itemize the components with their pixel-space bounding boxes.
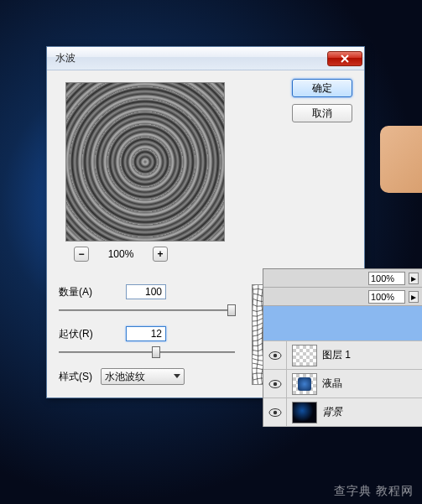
- layer-row[interactable]: 图层 1: [263, 341, 422, 370]
- ridges-input[interactable]: [126, 326, 166, 341]
- eye-icon: [268, 408, 282, 418]
- cancel-button[interactable]: 取消: [292, 104, 352, 122]
- style-dropdown[interactable]: 水池波纹: [101, 368, 185, 385]
- watermark-text: 查字典 教程网: [334, 484, 414, 499]
- style-label: 样式(S): [59, 370, 92, 384]
- ok-button[interactable]: 确定: [292, 79, 352, 97]
- layer-thumbnail[interactable]: [292, 373, 317, 395]
- zoom-in-button[interactable]: +: [153, 247, 168, 262]
- visibility-toggle[interactable]: [263, 398, 287, 426]
- layers-panel-row-b: 100% ▸: [263, 288, 422, 306]
- opacity-arrow-a[interactable]: ▸: [409, 273, 419, 284]
- ripple-preview-image: [66, 82, 224, 242]
- svg-point-5: [273, 410, 276, 413]
- close-icon: [340, 55, 350, 63]
- slider-controls: 数量(A) 起伏(R) 样式(S) 水池波纹: [59, 284, 243, 385]
- amount-slider[interactable]: [59, 303, 235, 318]
- amount-label: 数量(A): [59, 285, 126, 299]
- visibility-toggle[interactable]: [263, 341, 287, 369]
- amount-slider-track: [59, 309, 235, 311]
- amount-input[interactable]: [126, 284, 166, 299]
- layer-name: 液晶: [322, 377, 342, 391]
- amount-slider-thumb[interactable]: [227, 304, 236, 316]
- layers-panel-row-a: 100% ▸: [263, 269, 422, 288]
- layer-name: 图层 1: [322, 348, 351, 362]
- layers-panel: 100% ▸ 100% ▸ 图层 1 液晶 背景: [263, 268, 422, 427]
- opacity-field-a[interactable]: 100%: [368, 272, 405, 285]
- dialog-titlebar[interactable]: 水波: [47, 47, 364, 70]
- opacity-field-b[interactable]: 100%: [368, 290, 405, 304]
- close-button[interactable]: [327, 51, 362, 66]
- ridges-slider-track: [59, 351, 235, 353]
- layer-name: 背景: [322, 405, 342, 419]
- eye-icon: [268, 379, 282, 389]
- ridges-slider-thumb[interactable]: [152, 346, 160, 358]
- opacity-arrow-b[interactable]: ▸: [409, 291, 419, 303]
- preview-box[interactable]: [65, 82, 225, 242]
- zoom-percent: 100%: [104, 248, 138, 260]
- visibility-toggle[interactable]: [263, 370, 287, 397]
- zoom-controls: − 100% +: [74, 247, 354, 262]
- skin-arm-shape: [380, 126, 422, 193]
- eye-icon: [268, 351, 282, 361]
- ridges-slider[interactable]: [59, 345, 235, 360]
- style-value: 水池波纹: [105, 370, 145, 384]
- dialog-title: 水波: [55, 51, 327, 65]
- ridges-label: 起伏(R): [59, 327, 126, 341]
- dialog-button-column: 确定 取消: [292, 79, 352, 129]
- layer-thumbnail[interactable]: [292, 345, 317, 366]
- chevron-down-icon: [174, 374, 180, 378]
- layer-thumbnail[interactable]: [292, 402, 317, 423]
- layer-row[interactable]: 背景: [263, 398, 422, 427]
- zoom-out-button[interactable]: −: [74, 247, 89, 262]
- svg-point-1: [273, 353, 276, 356]
- layer-row[interactable]: [263, 306, 422, 341]
- svg-point-3: [273, 382, 276, 385]
- layer-row[interactable]: 液晶: [263, 370, 422, 398]
